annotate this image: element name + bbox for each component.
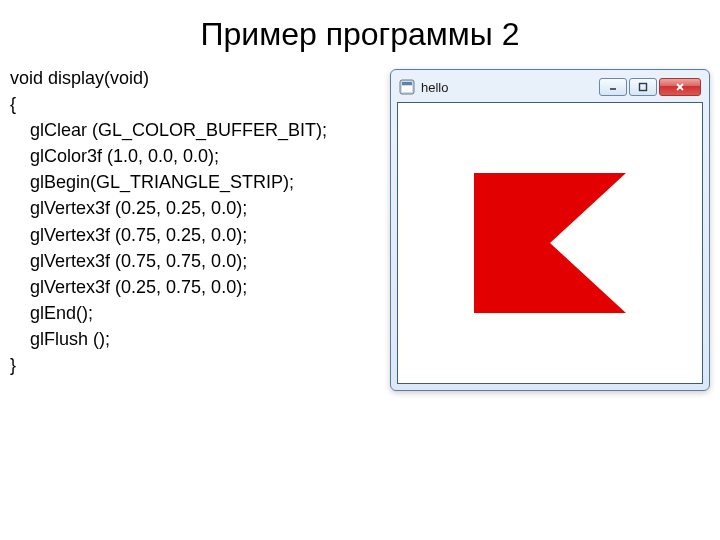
triangle-strip-shape xyxy=(474,173,626,313)
code-line: glVertex3f (0.25, 0.25, 0.0); xyxy=(10,198,247,218)
code-line: glBegin(GL_TRIANGLE_STRIP); xyxy=(10,172,294,192)
close-button[interactable] xyxy=(659,78,701,96)
window-titlebar[interactable]: hello xyxy=(397,76,703,102)
code-line: glFlush (); xyxy=(10,329,110,349)
window-title: hello xyxy=(421,80,599,95)
code-line: glEnd(); xyxy=(10,303,93,323)
code-listing: void display(void) { glClear (GL_COLOR_B… xyxy=(10,65,384,378)
window-buttons xyxy=(599,78,701,96)
code-line: glVertex3f (0.75, 0.25, 0.0); xyxy=(10,225,247,245)
output-window-wrap: hello xyxy=(390,69,710,391)
output-window: hello xyxy=(390,69,710,391)
code-line: glClear (GL_COLOR_BUFFER_BIT); xyxy=(10,120,327,140)
page-title: Пример программы 2 xyxy=(0,0,720,65)
svg-rect-2 xyxy=(402,86,412,92)
content-area: void display(void) { glClear (GL_COLOR_B… xyxy=(0,65,720,391)
svg-rect-1 xyxy=(402,82,412,85)
minimize-button[interactable] xyxy=(599,78,627,96)
window-client-area xyxy=(397,102,703,384)
code-line: } xyxy=(10,355,16,375)
code-line: glColor3f (1.0, 0.0, 0.0); xyxy=(10,146,219,166)
maximize-button[interactable] xyxy=(629,78,657,96)
app-icon xyxy=(399,79,415,95)
rendered-shape xyxy=(474,173,626,313)
code-line: { xyxy=(10,94,16,114)
svg-rect-4 xyxy=(640,84,647,91)
code-line: glVertex3f (0.25, 0.75, 0.0); xyxy=(10,277,247,297)
code-line: glVertex3f (0.75, 0.75, 0.0); xyxy=(10,251,247,271)
code-line: void display(void) xyxy=(10,68,149,88)
